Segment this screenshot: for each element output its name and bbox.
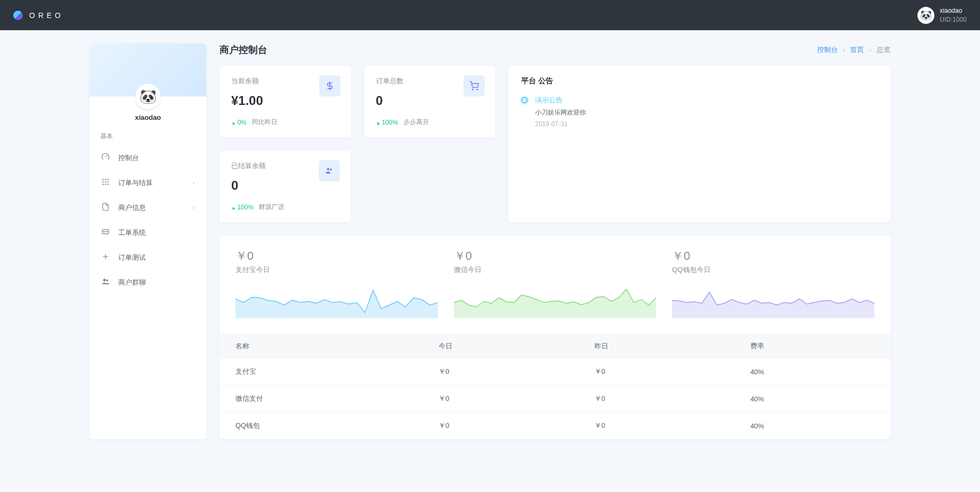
breadcrumb-sep: › [869,46,871,54]
stat-sub: 同比昨日 [252,118,277,127]
cart-icon [463,75,485,96]
table-cell: 支付宝 [220,358,423,385]
sidebar: 🐼 xiaodao 基本 控制台 订单与结算 › 商户信息 › [90,43,206,439]
svg-point-7 [105,183,107,185]
breadcrumb-link[interactable]: 控制台 [817,46,838,54]
chart-value: ￥0 [235,248,438,264]
page-title: 商户控制台 [220,43,267,56]
stat-pct: 100% [231,204,253,211]
area-chart [235,281,438,318]
dollar-icon [319,75,340,96]
breadcrumb-current: 总览 [877,46,890,54]
gauge-icon [101,153,111,163]
announce-card: 平台 公告 演示公告 小刀娱乐网欢迎你 2019-07-31 [509,66,890,222]
charts-card: ￥0 支付宝今日 ￥0 微信今日 ￥0 QQ钱包今日 [220,235,890,439]
chart-label: QQ钱包今日 [672,265,874,275]
stat-sub: 步步高升 [404,118,429,127]
svg-point-17 [477,89,478,90]
th-today: 今日 [423,334,579,358]
announce-item-date: 2019-07-31 [535,120,586,128]
breadcrumb: 控制台 › 首页 › 总览 [817,45,890,55]
table-cell: ￥0 [579,358,734,385]
svg-point-4 [105,181,107,183]
svg-point-0 [102,179,104,180]
payment-table: 名称 今日 昨日 费率 支付宝￥0￥040%微信支付￥0￥040%QQ钱包￥0￥… [220,334,890,439]
users-icon [319,160,340,181]
breadcrumb-link[interactable]: 首页 [850,46,864,54]
table-cell: 40% [734,358,890,385]
grid-icon [101,178,111,188]
nav-user[interactable]: 🐼 xiaodao UID:1000 [917,6,967,24]
svg-point-5 [107,181,109,183]
chart-value: ￥0 [454,248,657,264]
ticket-icon [101,227,111,238]
timeline-item: 演示公告 小刀娱乐网欢迎你 2019-07-31 [521,95,878,128]
table-cell: ￥0 [579,385,734,412]
th-rate: 费率 [734,334,890,358]
breadcrumb-sep: › [843,46,845,54]
chart-wechat: ￥0 微信今日 [454,248,657,318]
table-cell: ￥0 [423,385,579,412]
sidebar-header: 🐼 [90,43,206,96]
brand[interactable]: OREO [13,11,64,20]
sidebar-item-chat[interactable]: 商户群聊 [90,270,206,295]
table-row: 微信支付￥0￥040% [220,385,890,412]
svg-point-13 [103,279,106,282]
svg-point-18 [327,168,330,171]
content: 商户控制台 控制台 › 首页 › 总览 当前余额 ¥1.00 [220,43,890,439]
timeline-dot-icon [521,97,528,103]
sidebar-item-merchant[interactable]: 商户信息 › [90,195,206,220]
chart-label: 支付宝今日 [235,265,438,275]
flask-icon [101,252,111,262]
stat-pct: 100% [376,119,398,126]
avatar: 🐼 [917,7,934,24]
sidebar-avatar[interactable]: 🐼 [135,84,161,109]
users-icon [101,277,111,287]
table-cell: 40% [734,385,890,412]
announce-item-desc: 小刀娱乐网欢迎你 [535,108,586,117]
th-yesterday: 昨日 [579,334,734,358]
user-uid: UID:1000 [940,15,967,24]
stat-pct: 0% [231,119,247,126]
announce-title: 平台 公告 [521,76,878,86]
user-name: xiaodao [940,6,967,15]
sidebar-item-test[interactable]: 订单测试 [90,245,206,270]
svg-point-14 [106,279,108,282]
chart-value: ￥0 [672,248,874,264]
area-chart [672,281,874,318]
area-chart [454,281,657,318]
sidebar-item-label: 商户信息 [118,203,146,213]
chevron-right-icon: › [193,180,195,186]
chart-alipay: ￥0 支付宝今日 [235,248,438,318]
user-info: xiaodao UID:1000 [940,6,967,24]
sidebar-item-dashboard[interactable]: 控制台 [90,145,206,170]
table-cell: ￥0 [423,412,579,440]
th-name: 名称 [220,334,423,358]
table-header-row: 名称 今日 昨日 费率 [220,334,890,358]
brand-icon [13,11,23,20]
table-row: QQ钱包￥0￥040% [220,412,890,440]
stat-sub: 财源广进 [259,203,284,212]
announce-item-title[interactable]: 演示公告 [535,95,586,105]
table-cell: 微信支付 [220,385,423,412]
table-cell: QQ钱包 [220,412,423,440]
table-cell: 40% [734,412,890,440]
svg-point-1 [105,179,107,180]
page-header: 商户控制台 控制台 › 首页 › 总览 [220,43,890,56]
sidebar-username: xiaodao [90,113,206,121]
svg-point-6 [102,183,104,185]
sidebar-item-label: 订单测试 [118,253,146,262]
table-cell: ￥0 [579,412,734,440]
navbar: OREO 🐼 xiaodao UID:1000 [0,0,980,30]
brand-text: OREO [29,11,64,20]
svg-point-16 [472,89,474,90]
file-icon [101,203,111,213]
svg-point-2 [107,179,109,180]
stat-card-balance: 当前余额 ¥1.00 0% 同比昨日 [220,66,351,137]
sidebar-item-label: 商户群聊 [118,278,146,287]
sidebar-item-ticket[interactable]: 工单系统 [90,220,206,245]
svg-point-19 [330,169,332,171]
chevron-right-icon: › [193,205,195,210]
stat-card-orders: 订单总数 0 100% 步步高升 [364,66,496,137]
sidebar-item-orders[interactable]: 订单与结算 › [90,170,206,195]
